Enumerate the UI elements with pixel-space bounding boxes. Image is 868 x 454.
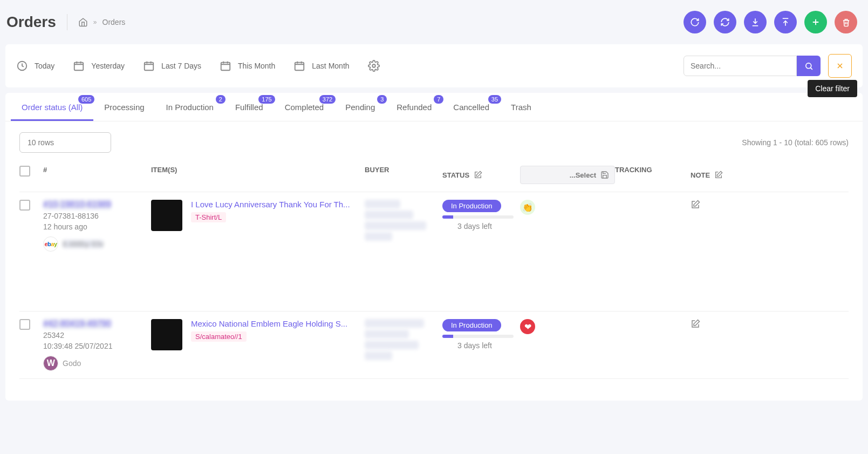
tab-processing[interactable]: Processing [93,93,155,121]
col-select: ...Select [520,166,615,184]
note-edit-button[interactable] [691,319,755,329]
status-badge: In Production [442,200,501,212]
tab-trash[interactable]: Trash [500,93,542,121]
clear-filter-tooltip: Clear filter [808,80,857,97]
tab-fulfilled[interactable]: Fulfilled 175 [224,93,274,121]
filter-today[interactable]: Today [16,60,54,72]
buyer-line: 1376 marina, [365,330,409,338]
breadcrumb-separator: » [93,18,97,26]
refresh-button[interactable] [684,11,706,33]
col-note: NOTE [691,166,755,184]
col-hash: # [43,166,151,184]
upload-button[interactable] [774,11,797,33]
filter-last7[interactable]: Last 7 Days [143,60,201,72]
search-button[interactable] [797,56,821,76]
save-icon [600,171,609,179]
buyer-line: karlb-2298 [365,200,400,208]
divider [67,14,67,30]
download-button[interactable] [744,11,767,33]
buyer-line: 88 tintoh road, [365,211,413,219]
svg-rect-2 [145,63,154,71]
bulk-select-label: ...Select [526,171,596,179]
table-row: #10-19810-61989 27-07381-88136 12 hours … [19,192,849,311]
search-input[interactable] [684,56,797,76]
filter-yesterday-label: Yesterday [91,62,125,70]
select-all-checkbox[interactable] [19,166,30,177]
buyer-line: kuilsrivier, 7580, [365,341,419,349]
source-name: 8.it88by-93v [63,240,104,248]
tab-completed[interactable]: Completed 372 [274,93,335,121]
filter-last7-label: Last 7 Days [161,62,201,70]
note-edit-button[interactable] [691,200,755,209]
status-tabs: Order status (All) 605 Processing In Pro… [5,93,863,121]
order-id-link[interactable]: #10-19810-61989 [43,200,111,209]
vendor-icon[interactable]: ❤ [520,319,535,334]
filter-last-month[interactable]: Last Month [293,60,349,72]
row-checkbox[interactable] [19,319,30,330]
svg-point-5 [372,64,375,67]
tab-cancelled-badge: 35 [488,95,501,104]
buyer-line: Henry Falls, 6436, [365,221,426,230]
progress-bar [442,335,514,338]
buyer-line: christof van avteo [365,319,424,328]
breadcrumb-current: Orders [102,18,126,26]
svg-rect-1 [74,63,84,71]
tab-fulfilled-label: Fulfilled [235,103,263,112]
vendor-icon[interactable]: 👏 [520,200,535,215]
row-checkbox[interactable] [19,200,30,211]
breadcrumb: » Orders [78,17,125,27]
item-thumbnail[interactable] [151,319,182,350]
tab-completed-label: Completed [285,103,324,112]
filter-this-month[interactable]: This Month [220,60,275,72]
sync-button[interactable] [714,11,736,33]
order-id-link[interactable]: #42-80419-49790 [43,319,111,329]
filter-today-label: Today [35,62,54,70]
bulk-select[interactable]: ...Select [520,166,615,184]
col-items: ITEM(S) [151,166,365,184]
deadline-text: 3 days left [457,222,520,231]
tab-all[interactable]: Order status (All) 605 [11,93,93,121]
tab-completed-badge: 372 [319,95,336,104]
filter-yesterday[interactable]: Yesterday [73,60,125,72]
deadline-text: 3 days left [457,341,520,350]
tab-pending-label: Pending [345,103,375,112]
tab-trash-label: Trash [511,103,531,112]
svg-point-6 [805,63,811,68]
item-title-link[interactable]: I Love Lucy Anniversary Thank You For Th… [191,200,350,209]
filter-settings[interactable] [368,60,380,72]
edit-icon[interactable] [714,171,723,179]
tab-refunded[interactable]: Refunded 7 [386,93,442,121]
tab-cancelled[interactable]: Cancelled 35 [442,93,500,121]
item-title-link[interactable]: Mexico National Emblem Eagle Holding S..… [191,319,347,328]
table-row: #42-80419-49790 25342 10:39:48 25/07/202… [19,311,849,379]
filter-panel: Today Yesterday Last 7 Days This Month L… [5,44,863,87]
tab-fulfilled-badge: 175 [258,95,275,104]
add-button[interactable] [804,11,827,33]
order-sub1: 27-07381-88136 [43,212,151,220]
home-icon[interactable] [78,17,88,27]
col-buyer: BUYER [365,166,442,184]
col-status-label: STATUS [442,171,469,179]
variant-tag: S/calamateo//1 [191,331,247,342]
item-thumbnail[interactable] [151,200,182,231]
tab-all-label: Order status (All) [22,103,83,112]
progress-bar [442,215,514,219]
rows-per-page-select[interactable]: 10 rows [19,132,111,153]
tab-inprod-label: In Production [166,103,214,112]
edit-icon[interactable] [474,171,482,179]
buyer-line: NY - US [365,232,392,241]
order-sub2: 12 hours ago [43,222,151,231]
filter-lastmonth-label: Last Month [312,62,349,70]
source-name: Godo [63,359,81,368]
delete-button[interactable] [835,11,857,33]
order-sub2: 10:39:48 25/07/2021 [43,342,151,350]
tab-pending[interactable]: Pending 3 [334,93,386,121]
buyer-line: CH - ZA [365,351,392,360]
svg-rect-3 [221,63,230,71]
tab-inproduction[interactable]: In Production 2 [155,93,224,121]
clear-filter-button[interactable] [828,54,852,78]
variant-tag: T-Shirt/L [191,212,226,222]
tab-cancelled-label: Cancelled [453,103,489,112]
tab-processing-label: Processing [104,103,144,112]
col-status: STATUS [442,166,520,184]
